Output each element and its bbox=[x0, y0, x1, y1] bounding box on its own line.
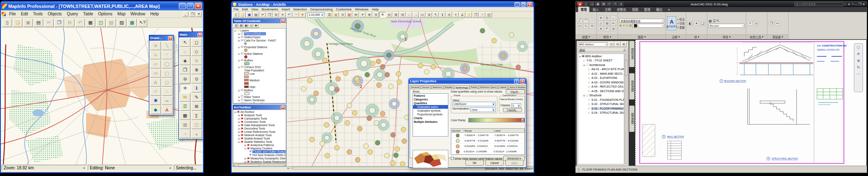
layout-name[interactable]: FLOOR FRAMING PLAN AND SECTIONS bbox=[582, 168, 638, 171]
horizontal-scrollbar[interactable]: ◂ ▸ bbox=[233, 163, 286, 166]
ribbon-tool-icon[interactable]: ⌖ bbox=[747, 21, 753, 26]
menu-item[interactable]: Query bbox=[64, 12, 81, 16]
renderer-option[interactable]: Categories bbox=[413, 98, 448, 101]
ssm-etransmit-button[interactable]: ✉ bbox=[615, 42, 621, 47]
sheet-label[interactable]: A-02 - ELEVATIONS bbox=[591, 76, 617, 79]
mapinfo-titlebar[interactable]: MapInfo Professional - [TOWN,STREET,WATE… bbox=[1, 2, 203, 10]
ribbon-tab[interactable]: 参数化 bbox=[614, 7, 629, 12]
scroll-right-icon[interactable]: ▸ bbox=[284, 164, 286, 166]
dialog-tab[interactable]: Definition Query bbox=[479, 85, 498, 89]
main-toolbar-titlebar[interactable]: Main ✕ bbox=[179, 32, 203, 37]
ribbon-panel-label[interactable]: 块▾ bbox=[686, 34, 707, 39]
toolbox-label[interactable]: Analyzing Patterns bbox=[250, 144, 274, 147]
toolbox-item[interactable]: ⊞ ▣ Network Analyst Tools bbox=[233, 133, 286, 137]
classes-combo[interactable]: 5▾ bbox=[511, 103, 521, 108]
range-cell[interactable]: -0.610265 - 0.531513 bbox=[464, 145, 494, 147]
layer-label[interactable]: Buffers bbox=[244, 59, 253, 62]
save-button[interactable]: ▣ bbox=[246, 12, 252, 17]
apply-button[interactable]: Apply bbox=[505, 160, 524, 166]
class-breaks-table[interactable]: Symbol Range Label -7.826674 - -3.694779… bbox=[451, 128, 525, 155]
redistrict-window-button[interactable]: ◕ bbox=[191, 130, 202, 138]
sheet-tree-row[interactable]: ▯ AS-01 - ARCH SITE PLAN bbox=[578, 67, 624, 72]
layer-control-icon[interactable]: ⊙ bbox=[626, 24, 628, 27]
add-node-tool[interactable]: ∴ bbox=[162, 87, 173, 96]
favorites-icon[interactable]: ✭ bbox=[848, 2, 851, 6]
scroll-thumb[interactable] bbox=[238, 164, 260, 166]
dialog-tab[interactable]: Joins & Relates bbox=[508, 85, 526, 89]
cut-button[interactable]: ✂ bbox=[44, 19, 54, 27]
python-window-button[interactable]: ≫ bbox=[353, 12, 359, 17]
close-button[interactable]: ✕ bbox=[527, 2, 532, 7]
ribbon-tab[interactable]: 输出 bbox=[654, 7, 665, 12]
ribbon-tool-icon[interactable]: ○ bbox=[589, 18, 595, 23]
expander-icon[interactable]: ⊞ bbox=[238, 120, 241, 123]
sheet-set-combo[interactable]: BRD Addition▾ bbox=[578, 42, 608, 46]
toc-layer-row[interactable]: Total Population bbox=[233, 68, 286, 72]
reshape-tool[interactable]: ✧ bbox=[150, 87, 161, 96]
properties-icon[interactable]: ✎ bbox=[717, 19, 720, 23]
clear-selection-button[interactable]: ⊘ bbox=[426, 12, 432, 17]
layer-label[interactable]: Layers bbox=[240, 29, 249, 32]
ribbon-tool-icon[interactable]: ⊘ bbox=[611, 26, 616, 31]
toc-layer-row[interactable]: ⊞ ☑ StationTypes bbox=[233, 35, 286, 39]
paste-button[interactable]: ⊟ bbox=[273, 12, 279, 17]
layer-control-icon[interactable]: ▤ bbox=[629, 24, 632, 27]
collapse-icon[interactable]: ⊡ bbox=[623, 49, 626, 52]
qat-undo-button[interactable]: ↶ bbox=[607, 2, 612, 7]
toolbox-item[interactable]: ⊞ ▣ Cartography Tools bbox=[233, 117, 286, 120]
visibility-checkbox[interactable]: ☑ bbox=[241, 102, 244, 103]
expander-icon[interactable]: ⊞ bbox=[238, 127, 241, 130]
arctoolbox-button[interactable]: ▧ bbox=[346, 12, 352, 17]
infocenter-search-input[interactable] bbox=[794, 2, 843, 6]
new-table-button[interactable]: ▯ bbox=[2, 19, 12, 27]
toc-layer-row[interactable] bbox=[233, 82, 286, 85]
restore-button[interactable]: ❐ bbox=[858, 2, 861, 6]
sheet-tree-row[interactable]: ▯ S-04 - STRUCTURAL SEC... bbox=[578, 111, 624, 115]
toolbox-label[interactable]: Data Management Tools bbox=[244, 124, 275, 127]
model-builder-button[interactable]: ✦ bbox=[359, 12, 366, 17]
redo-button[interactable]: ↷ bbox=[293, 12, 299, 17]
viewcube-icon[interactable]: ⬡ bbox=[857, 45, 860, 49]
renderer-option[interactable]: Multiple Attributes bbox=[413, 120, 448, 124]
expander-icon[interactable]: ⊞ bbox=[238, 130, 241, 133]
chevron-down-icon[interactable]: ▾ bbox=[321, 13, 323, 16]
expander-icon[interactable]: ⊟ bbox=[244, 147, 247, 150]
ribbon-tool-icon[interactable]: ╱ bbox=[577, 18, 582, 23]
range-cell[interactable]: -3.694778 - -0.610266 bbox=[464, 139, 494, 142]
dialog-tab[interactable]: Labels bbox=[498, 85, 507, 89]
list-by-drawing-order-button[interactable]: ☰ bbox=[234, 24, 238, 28]
forward-extent-button[interactable]: → bbox=[413, 12, 419, 17]
toc-layer-row[interactable]: ⊞ ☐ Alarm Territories bbox=[233, 98, 286, 102]
ribbon-tool-icon[interactable]: ▭ bbox=[577, 24, 582, 29]
sheet-tree-row[interactable]: ▯ S-02 - STRUCTURAL SEC... bbox=[578, 102, 624, 107]
zoom-out-tool[interactable]: ⊖ bbox=[373, 12, 379, 17]
expander-icon[interactable]: ⊟ bbox=[234, 110, 237, 113]
layer-label[interactable]: World_Topo_Map bbox=[244, 102, 266, 104]
normalization-combo[interactable]: none▾ bbox=[470, 108, 496, 112]
annotate-row[interactable]: ▸标注 bbox=[678, 17, 685, 21]
toolbox-label[interactable]: ArcToolbox bbox=[240, 110, 255, 113]
visibility-checkbox[interactable]: ☑ bbox=[241, 35, 244, 39]
qat-plot-button[interactable]: ▤ bbox=[601, 2, 606, 7]
drag-map-window-tool[interactable]: ❐ bbox=[180, 66, 190, 74]
pan-tool[interactable]: ✛ bbox=[180, 84, 190, 93]
expander-icon[interactable]: ⊟ bbox=[234, 29, 237, 32]
line-tool[interactable]: ╲ bbox=[162, 42, 173, 50]
dialog-tab[interactable]: Symbology bbox=[454, 86, 469, 89]
polygon-tool[interactable]: ▱ bbox=[150, 60, 161, 68]
ribbon-tool-icon[interactable]: ↔ bbox=[611, 15, 616, 20]
symbol-tool[interactable]: ✳ bbox=[150, 42, 161, 50]
sheet-label[interactable]: A-05 - SECTIONS AND D... bbox=[591, 90, 624, 93]
toolbox-item[interactable]: ⚒ Hot Spot Analysis (Getis-Ord Gi*) bbox=[233, 153, 286, 156]
sheet-label[interactable]: AS-01 - ARCH SITE PLAN bbox=[591, 68, 624, 71]
class-break-row[interactable]: 0.531514 - 2.043086 0.531514 - 2.043086 bbox=[451, 149, 524, 154]
current-layer-combo[interactable]: 0▾ bbox=[633, 24, 664, 28]
help-button[interactable]: ? bbox=[514, 79, 519, 83]
menu-item[interactable]: View bbox=[250, 7, 260, 11]
toc-layer-row[interactable]: ⊟ ☑ Buffers bbox=[233, 88, 286, 92]
marquee-select-tool[interactable]: ◻ bbox=[191, 38, 202, 47]
class-break-row[interactable]: -7.826674 - -3.694779 -7.826674 - -3.694… bbox=[451, 133, 524, 138]
expander-icon[interactable]: ⊟ bbox=[583, 64, 586, 66]
ribbon-panel-label[interactable]: 修改▾ bbox=[597, 34, 618, 39]
copy-button[interactable]: ❐ bbox=[54, 19, 64, 27]
